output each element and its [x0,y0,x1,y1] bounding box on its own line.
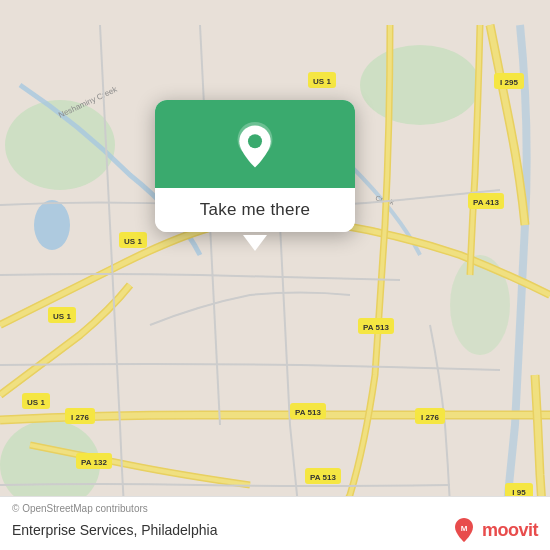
copyright-text: © OpenStreetMap contributors [12,503,538,514]
svg-text:PA 132: PA 132 [81,458,107,467]
svg-text:M: M [461,524,468,533]
place-name: Enterprise Services, Philadelphia [12,522,217,538]
svg-text:PA 513: PA 513 [295,408,321,417]
moovit-logo: M moovit [450,516,538,544]
svg-text:US 1: US 1 [53,312,71,321]
popup-tail [243,235,267,251]
svg-text:US 1: US 1 [27,398,45,407]
svg-text:PA 513: PA 513 [310,473,336,482]
popup-header [155,100,355,188]
svg-text:PA 513: PA 513 [363,323,389,332]
svg-text:I 295: I 295 [500,78,518,87]
map-background: Neshaminy Creek Creek [0,0,550,550]
bottom-bar: © OpenStreetMap contributors Enterprise … [0,496,550,550]
svg-text:US 1: US 1 [124,237,142,246]
bottom-info-row: Enterprise Services, Philadelphia M moov… [12,516,538,544]
svg-text:US 1: US 1 [313,77,331,86]
map-container: Neshaminy Creek Creek [0,0,550,550]
svg-text:I 276: I 276 [421,413,439,422]
svg-text:I 276: I 276 [71,413,89,422]
svg-point-5 [34,200,70,250]
take-me-there-button[interactable]: Take me there [155,188,355,232]
moovit-label: moovit [482,520,538,541]
svg-point-2 [360,45,480,125]
moovit-brand-icon: M [450,516,478,544]
svg-text:PA 413: PA 413 [473,198,499,207]
location-pin-icon [231,122,279,170]
popup-card: Take me there [155,100,355,232]
svg-point-35 [248,134,262,148]
